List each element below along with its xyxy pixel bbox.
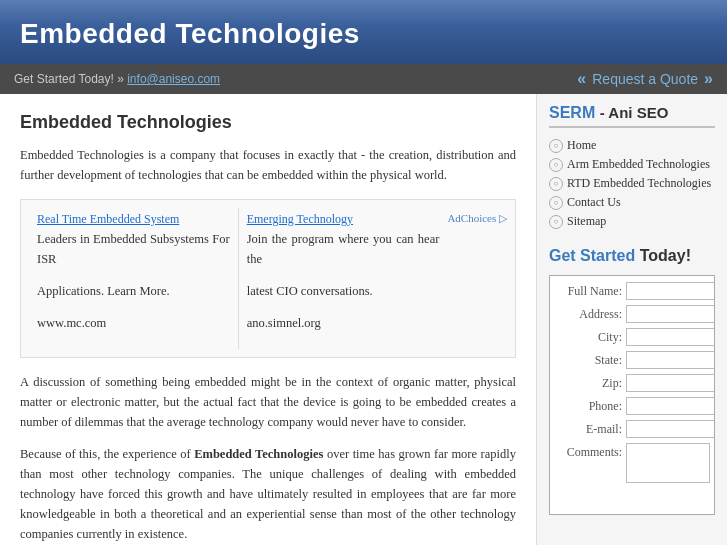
form-row-fullname: Full Name: <box>554 282 710 300</box>
intro-paragraph: Embedded Technologies is a company that … <box>20 145 516 185</box>
para1: A discussion of something being embedded… <box>20 372 516 432</box>
sidebar-item-home[interactable]: ○ Home <box>549 136 715 155</box>
address-label: Address: <box>554 307 622 322</box>
form-row-city: City: <box>554 328 710 346</box>
ad1-line2: Applications. Learn More. <box>37 281 230 301</box>
ad2-line3: ano.simnel.org <box>247 313 440 333</box>
ad1-link[interactable]: Real Time Embedded System <box>37 212 230 227</box>
sidebar: SERM - Ani SEO ○ Home ○ Arm Embedded Tec… <box>537 94 727 545</box>
bullet-icon: ○ <box>549 215 563 229</box>
fullname-label: Full Name: <box>554 284 622 299</box>
ad1-line1: Leaders in Embedded Subsystems For ISR <box>37 229 230 269</box>
ad-choices-icon: ▷ <box>499 212 507 224</box>
ad1-line3: www.mc.com <box>37 313 230 333</box>
form-row-zip: Zip: <box>554 374 710 392</box>
comments-label: Comments: <box>554 443 622 460</box>
ad-box: Real Time Embedded System Leaders in Emb… <box>20 199 516 358</box>
get-started-title: Get Started Today! <box>549 247 715 265</box>
sidebar-section-title: SERM - Ani SEO <box>549 104 715 128</box>
zip-input[interactable] <box>626 374 715 392</box>
form-row-email: E-mail: <box>554 420 710 438</box>
header: Embedded Technologies <box>0 0 727 64</box>
navbar-email-link[interactable]: info@aniseo.com <box>127 72 220 86</box>
form-scroll-area[interactable]: Full Name: Address: City: State: Zip: <box>549 275 715 515</box>
ad2-line2: latest CIO conversations. <box>247 281 440 301</box>
email-input[interactable] <box>626 420 715 438</box>
nav-link-contact[interactable]: Contact Us <box>567 195 621 210</box>
navbar-get-started: Get Started Today! » info@aniseo.com <box>14 72 220 86</box>
nav-link-sitemap[interactable]: Sitemap <box>567 214 606 229</box>
get-started-arrow: » <box>117 72 127 86</box>
state-label: State: <box>554 353 622 368</box>
form-row-phone: Phone: <box>554 397 710 415</box>
quote-label: Request a Quote <box>592 71 698 87</box>
chevron-left-icon: « <box>577 70 586 88</box>
ad-item-2: Emerging Technology Join the program whe… <box>238 208 448 349</box>
bullet-icon: ○ <box>549 196 563 210</box>
nav-link-arm[interactable]: Arm Embedded Technologies <box>567 157 710 172</box>
ad-item-1: Real Time Embedded System Leaders in Emb… <box>29 208 238 349</box>
request-quote-button[interactable]: « Request a Quote » <box>577 70 713 88</box>
get-started-text: Get Started Today! <box>14 72 114 86</box>
site-title: Embedded Technologies <box>20 18 707 50</box>
ad-choices: AdChoices ▷ <box>447 208 507 349</box>
zip-label: Zip: <box>554 376 622 391</box>
bullet-icon: ○ <box>549 139 563 153</box>
nav-link-rtd[interactable]: RTD Embedded Technologies <box>567 176 711 191</box>
fullname-input[interactable] <box>626 282 715 300</box>
email-label: E-mail: <box>554 422 622 437</box>
serm-label: SERM <box>549 104 595 121</box>
contact-form: Full Name: Address: City: State: Zip: <box>554 282 710 483</box>
form-row-comments: Comments: <box>554 443 710 483</box>
navbar: Get Started Today! » info@aniseo.com « R… <box>0 64 727 94</box>
bullet-icon: ○ <box>549 158 563 172</box>
ad2-link[interactable]: Emerging Technology <box>247 212 440 227</box>
main-content: Embedded Technologies Embedded Technolog… <box>0 94 537 545</box>
nav-link-home[interactable]: Home <box>567 138 596 153</box>
ad-choices-label: AdChoices <box>447 212 496 224</box>
sidebar-item-contact[interactable]: ○ Contact Us <box>549 193 715 212</box>
sidebar-item-sitemap[interactable]: ○ Sitemap <box>549 212 715 231</box>
chevron-right-icon: » <box>704 70 713 88</box>
form-row-address: Address: <box>554 305 710 323</box>
address-input[interactable] <box>626 305 715 323</box>
sidebar-subtitle: - Ani SEO <box>600 104 669 121</box>
city-input[interactable] <box>626 328 715 346</box>
city-label: City: <box>554 330 622 345</box>
sidebar-nav: ○ Home ○ Arm Embedded Technologies ○ RTD… <box>549 136 715 231</box>
main-layout: Embedded Technologies Embedded Technolog… <box>0 94 727 545</box>
phone-input[interactable] <box>626 397 715 415</box>
content-title: Embedded Technologies <box>20 112 516 133</box>
phone-label: Phone: <box>554 399 622 414</box>
bullet-icon: ○ <box>549 177 563 191</box>
para2: Because of this, the experience of Embed… <box>20 444 516 544</box>
sidebar-item-arm[interactable]: ○ Arm Embedded Technologies <box>549 155 715 174</box>
comments-textarea[interactable] <box>626 443 710 483</box>
sidebar-item-rtd[interactable]: ○ RTD Embedded Technologies <box>549 174 715 193</box>
state-input[interactable] <box>626 351 715 369</box>
form-row-state: State: <box>554 351 710 369</box>
ad2-line1: Join the program where you can hear the <box>247 229 440 269</box>
